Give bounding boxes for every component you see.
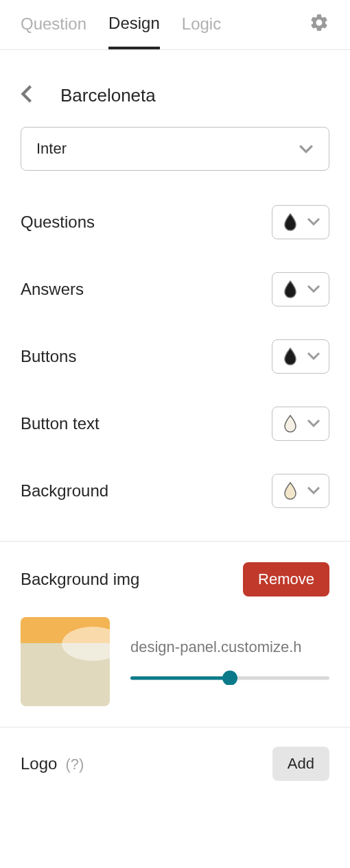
tab-logic[interactable]: Logic [182, 14, 221, 47]
tabs-bar: Question Design Logic [0, 0, 350, 50]
color-label: Answers [21, 280, 84, 299]
chevron-down-icon [307, 216, 320, 228]
color-picker-answers[interactable] [272, 272, 329, 306]
logo-section: Logo (?) Add [0, 727, 350, 801]
add-button[interactable]: Add [272, 747, 329, 781]
font-dropdown-value: Inter [36, 140, 67, 158]
drop-icon [281, 414, 300, 433]
font-dropdown[interactable]: Inter [21, 127, 329, 171]
color-row-buttons: Buttons [21, 339, 329, 374]
color-label: Background [21, 481, 108, 501]
chevron-down-icon [307, 283, 320, 296]
font-section: Inter [0, 127, 350, 171]
header-row: Barceloneta [0, 50, 350, 127]
page-title: Barceloneta [60, 85, 156, 106]
background-img-header: Background img Remove [21, 562, 329, 596]
color-label: Buttons [21, 347, 76, 366]
drop-icon [281, 280, 300, 299]
gear-icon[interactable] [309, 12, 329, 49]
background-img-right: design-panel.customize.h [130, 638, 329, 685]
chevron-down-icon [307, 485, 320, 497]
logo-help-icon[interactable]: (?) [65, 756, 84, 773]
drop-icon [281, 213, 300, 232]
color-picker-background[interactable] [272, 474, 329, 508]
brightness-slider[interactable] [130, 671, 329, 685]
background-img-section: Background img Remove design-panel.custo… [0, 542, 350, 727]
tab-question[interactable]: Question [21, 14, 86, 47]
slider-thumb[interactable] [222, 671, 237, 685]
remove-button[interactable]: Remove [243, 562, 329, 596]
color-row-button-text: Button text [21, 407, 329, 441]
logo-left: Logo (?) [21, 754, 84, 773]
tab-design[interactable]: Design [108, 14, 160, 49]
chevron-down-icon [307, 418, 320, 430]
background-img-path: design-panel.customize.h [130, 638, 329, 656]
chevron-down-icon [307, 350, 320, 363]
color-row-background: Background [21, 474, 329, 508]
color-row-questions: Questions [21, 205, 329, 239]
drop-icon [281, 481, 300, 501]
drop-icon [281, 347, 300, 366]
back-icon[interactable] [21, 84, 33, 106]
color-picker-questions[interactable] [272, 205, 329, 239]
color-label: Button text [21, 414, 100, 433]
background-img-body: design-panel.customize.h [21, 617, 329, 706]
chevron-down-icon [299, 140, 314, 158]
colors-section: Questions Answers Buttons [0, 205, 350, 508]
color-picker-button-text[interactable] [272, 407, 329, 441]
logo-label: Logo [21, 754, 57, 773]
color-picker-buttons[interactable] [272, 339, 329, 374]
background-img-label: Background img [21, 570, 139, 589]
color-label: Questions [21, 213, 95, 232]
color-row-answers: Answers [21, 272, 329, 306]
background-thumbnail[interactable] [21, 617, 110, 706]
